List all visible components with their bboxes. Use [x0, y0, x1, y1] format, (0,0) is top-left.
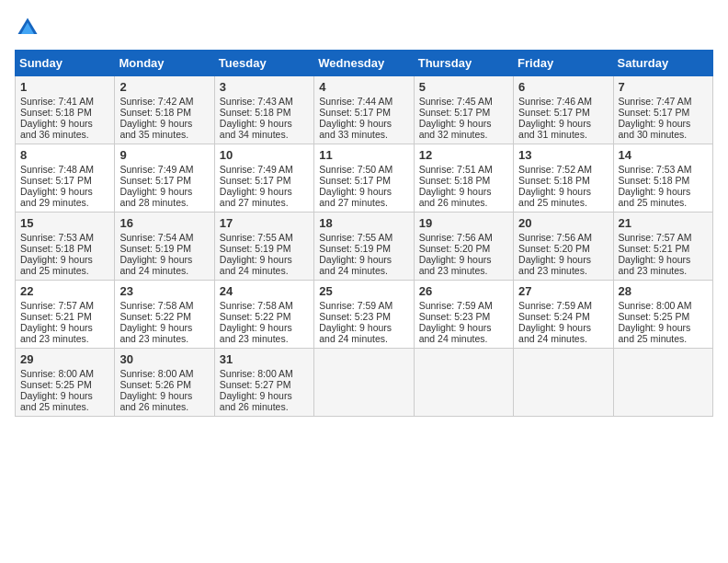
day-info-line: Sunrise: 7:54 AM	[119, 232, 209, 243]
day-info-line: Daylight: 9 hours	[319, 118, 408, 129]
day-info-line: Sunset: 5:18 PM	[119, 107, 209, 118]
day-info-line: and 24 minutes.	[220, 265, 309, 276]
day-info-line: Sunrise: 7:50 AM	[319, 164, 408, 175]
day-number: 10	[220, 148, 309, 162]
empty-cell	[314, 349, 414, 417]
col-header-thursday: Thursday	[414, 51, 513, 76]
day-info-line: and 25 minutes.	[518, 197, 608, 208]
day-number: 13	[518, 148, 608, 162]
day-info-line: and 25 minutes.	[20, 401, 109, 412]
calendar-day-22: 22Sunrise: 7:57 AMSunset: 5:21 PMDayligh…	[16, 281, 115, 349]
day-number: 31	[220, 352, 309, 366]
day-info-line: Sunset: 5:17 PM	[319, 107, 408, 118]
calendar-table: SundayMondayTuesdayWednesdayThursdayFrid…	[15, 50, 713, 417]
day-info-line: and 28 minutes.	[119, 197, 209, 208]
day-info-line: Sunrise: 7:49 AM	[220, 164, 309, 175]
day-info-line: and 26 minutes.	[119, 401, 209, 412]
day-info-line: Daylight: 9 hours	[20, 186, 109, 197]
day-info-line: and 30 minutes.	[619, 129, 708, 140]
day-info-line: Daylight: 9 hours	[518, 322, 608, 333]
calendar-day-21: 21Sunrise: 7:57 AMSunset: 5:21 PMDayligh…	[613, 213, 712, 281]
day-info-line: Sunset: 5:26 PM	[119, 379, 209, 390]
calendar-day-18: 18Sunrise: 7:55 AMSunset: 5:19 PMDayligh…	[314, 213, 414, 281]
day-info-line: and 23 minutes.	[419, 265, 508, 276]
day-info-line: Sunrise: 7:45 AM	[419, 96, 508, 107]
day-number: 2	[119, 80, 209, 94]
day-number: 23	[119, 284, 209, 298]
day-info-line: Daylight: 9 hours	[619, 322, 708, 333]
day-number: 19	[419, 216, 508, 230]
day-number: 1	[20, 80, 109, 94]
day-info-line: Sunrise: 8:00 AM	[119, 368, 209, 379]
day-info-line: and 25 minutes.	[20, 265, 109, 276]
day-info-line: and 34 minutes.	[220, 129, 309, 140]
calendar-day-27: 27Sunrise: 7:59 AMSunset: 5:24 PMDayligh…	[514, 281, 613, 349]
calendar-day-8: 8Sunrise: 7:48 AMSunset: 5:17 PMDaylight…	[16, 144, 115, 213]
day-info-line: Sunset: 5:22 PM	[220, 311, 309, 322]
day-info-line: and 33 minutes.	[319, 129, 408, 140]
day-info-line: and 24 minutes.	[119, 265, 209, 276]
day-info-line: and 32 minutes.	[419, 129, 508, 140]
day-info-line: Sunset: 5:18 PM	[419, 175, 508, 186]
day-info-line: Sunrise: 7:51 AM	[419, 164, 508, 175]
day-info-line: Sunrise: 7:52 AM	[518, 164, 608, 175]
day-number: 15	[20, 216, 109, 230]
day-info-line: Daylight: 9 hours	[319, 322, 408, 333]
calendar-day-7: 7Sunrise: 7:47 AMSunset: 5:17 PMDaylight…	[613, 76, 712, 144]
calendar-day-28: 28Sunrise: 8:00 AMSunset: 5:25 PMDayligh…	[613, 281, 712, 349]
day-number: 3	[220, 80, 309, 94]
day-info-line: Sunset: 5:18 PM	[20, 107, 109, 118]
day-info-line: Sunset: 5:18 PM	[619, 175, 708, 186]
day-info-line: Daylight: 9 hours	[419, 118, 508, 129]
day-number: 28	[619, 284, 708, 298]
day-number: 4	[319, 80, 408, 94]
calendar-day-5: 5Sunrise: 7:45 AMSunset: 5:17 PMDaylight…	[414, 76, 513, 144]
day-number: 25	[319, 284, 408, 298]
col-header-wednesday: Wednesday	[314, 51, 414, 76]
day-info-line: Sunset: 5:20 PM	[518, 243, 608, 254]
calendar-day-19: 19Sunrise: 7:56 AMSunset: 5:20 PMDayligh…	[414, 213, 513, 281]
calendar-header: SundayMondayTuesdayWednesdayThursdayFrid…	[16, 51, 713, 76]
day-info-line: Daylight: 9 hours	[20, 254, 109, 265]
day-info-line: and 29 minutes.	[20, 197, 109, 208]
day-info-line: Sunset: 5:22 PM	[119, 311, 209, 322]
day-info-line: Daylight: 9 hours	[319, 254, 408, 265]
calendar-day-17: 17Sunrise: 7:55 AMSunset: 5:19 PMDayligh…	[214, 213, 313, 281]
day-info-line: Sunset: 5:25 PM	[20, 379, 109, 390]
day-number: 7	[619, 80, 708, 94]
calendar-week-0: 1Sunrise: 7:41 AMSunset: 5:18 PMDaylight…	[16, 76, 713, 144]
day-number: 5	[419, 80, 508, 94]
day-info-line: Sunset: 5:23 PM	[319, 311, 408, 322]
day-info-line: Daylight: 9 hours	[518, 118, 608, 129]
day-info-line: and 36 minutes.	[20, 129, 109, 140]
day-number: 22	[20, 284, 109, 298]
day-info-line: Sunrise: 7:48 AM	[20, 164, 109, 175]
logo-icon	[15, 15, 40, 40]
day-info-line: Sunset: 5:25 PM	[619, 311, 708, 322]
day-info-line: Daylight: 9 hours	[619, 254, 708, 265]
day-info-line: Sunrise: 8:00 AM	[220, 368, 309, 379]
day-info-line: Sunrise: 7:42 AM	[119, 96, 209, 107]
day-info-line: Sunset: 5:18 PM	[20, 243, 109, 254]
day-info-line: and 23 minutes.	[20, 333, 109, 344]
day-info-line: and 23 minutes.	[518, 265, 608, 276]
day-info-line: Daylight: 9 hours	[119, 322, 209, 333]
empty-cell	[514, 349, 613, 417]
day-info-line: Daylight: 9 hours	[20, 322, 109, 333]
day-info-line: Sunrise: 7:56 AM	[419, 232, 508, 243]
day-info-line: Daylight: 9 hours	[20, 118, 109, 129]
calendar-day-23: 23Sunrise: 7:58 AMSunset: 5:22 PMDayligh…	[115, 281, 214, 349]
calendar-day-2: 2Sunrise: 7:42 AMSunset: 5:18 PMDaylight…	[115, 76, 214, 144]
day-number: 26	[419, 284, 508, 298]
day-info-line: and 24 minutes.	[319, 265, 408, 276]
day-info-line: Sunrise: 7:59 AM	[319, 300, 408, 311]
day-info-line: Sunset: 5:17 PM	[518, 107, 608, 118]
day-info-line: and 24 minutes.	[419, 333, 508, 344]
day-info-line: Daylight: 9 hours	[119, 186, 209, 197]
calendar-week-1: 8Sunrise: 7:48 AMSunset: 5:17 PMDaylight…	[16, 144, 713, 213]
empty-cell	[414, 349, 513, 417]
day-info-line: Sunset: 5:27 PM	[220, 379, 309, 390]
calendar-day-14: 14Sunrise: 7:53 AMSunset: 5:18 PMDayligh…	[613, 144, 712, 213]
day-info-line: Sunset: 5:19 PM	[319, 243, 408, 254]
day-info-line: Sunset: 5:19 PM	[119, 243, 209, 254]
